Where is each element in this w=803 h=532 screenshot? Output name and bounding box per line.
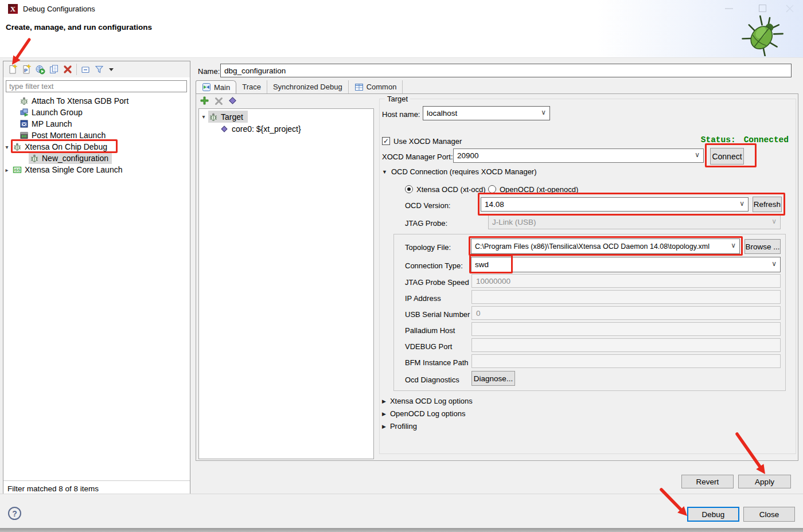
tab-main[interactable]: Main <box>196 80 236 93</box>
topology-file-combo[interactable]: C:\Program Files (x86)\Tensilica\Xtensa … <box>471 238 740 254</box>
ocd-version-combo[interactable]: 14.08 ∨ <box>481 197 749 212</box>
section-collapsed-icon: ▶ <box>382 424 386 429</box>
browse-button-label: Browse ... <box>745 242 779 251</box>
svg-text:P: P <box>24 68 28 73</box>
duplicate-configuration-icon[interactable] <box>49 64 59 75</box>
chevron-down-icon: ∨ <box>739 200 744 208</box>
ocd-version-label: OCD Version: <box>405 201 450 210</box>
diagnose-button-label: Diagnose... <box>474 374 513 383</box>
tree-item-mp-launch[interactable]: MP Launch <box>3 118 189 130</box>
ip-address-input[interactable] <box>471 290 781 304</box>
add-target-icon[interactable] <box>200 96 209 105</box>
tree-item-label: Xtensa On Chip Debug <box>25 142 107 151</box>
core-diamond-icon[interactable] <box>228 96 237 105</box>
ocd-connection-section[interactable]: ▼ OCD Connection (requires XOCD Manager) <box>382 167 537 176</box>
xtensa-log-section[interactable]: ▶ Xtensa OCD Log options <box>382 397 473 405</box>
radio-openocd[interactable] <box>488 185 496 193</box>
ocd-diagnostics-label: Ocd Diagnostics <box>405 375 459 384</box>
tree-item-single-core[interactable]: ▸ ISS Xtensa Single Core Launch <box>3 164 189 175</box>
debug-config-bug-icon <box>209 112 218 122</box>
iss-launch-icon: ISS <box>13 165 22 174</box>
tree-item-post-mortem[interactable]: Post Mortem Launch <box>3 130 189 141</box>
section-collapsed-icon: ▶ <box>382 411 386 417</box>
tab-label: Main <box>214 83 230 92</box>
chevron-down-icon: ∨ <box>541 108 546 116</box>
bfm-instance-label: BFM Instance Path <box>405 358 469 367</box>
tab-trace[interactable]: Trace <box>236 80 267 93</box>
use-xocd-checkbox[interactable]: ✓ <box>382 137 390 145</box>
palladium-host-label: Palladium Host <box>405 326 455 335</box>
arrow-debug <box>661 490 681 510</box>
chevron-down-icon: ∨ <box>731 241 736 249</box>
bfm-instance-input[interactable] <box>471 354 781 368</box>
new-configuration-icon[interactable] <box>7 64 18 75</box>
expander-collapsed-icon[interactable]: ▸ <box>3 167 10 173</box>
tab-label: Synchronized Debug <box>273 83 342 91</box>
palladium-host-input[interactable] <box>471 322 781 336</box>
tree-item-launch-group[interactable]: Launch Group <box>3 107 189 118</box>
target-tree-root[interactable]: ▾ Target <box>199 111 248 123</box>
name-label: Name: <box>198 67 220 76</box>
apply-button[interactable]: Apply <box>738 475 791 488</box>
openocd-log-section[interactable]: ▶ OpenOCD Log options <box>382 409 465 418</box>
main-tab-icon <box>202 83 211 92</box>
profiling-section[interactable]: ▶ Profiling <box>382 422 417 431</box>
refresh-button[interactable]: Refresh <box>753 197 782 212</box>
host-name-value: localhost <box>427 109 457 118</box>
help-button[interactable]: ? <box>8 507 21 520</box>
topology-file-label: Topology File: <box>405 243 451 252</box>
collapse-all-icon[interactable] <box>80 64 91 75</box>
configurations-panel: P <box>3 61 190 494</box>
connection-type-combo[interactable]: swd ∨ <box>471 257 781 272</box>
delete-configuration-icon[interactable] <box>63 64 73 75</box>
expander-expanded-icon[interactable]: ▾ <box>3 144 10 150</box>
status-value: Connected <box>744 135 789 144</box>
ip-address-label: IP Address <box>405 294 441 303</box>
tab-common[interactable]: Common <box>349 80 403 93</box>
refresh-button-label: Refresh <box>754 200 781 209</box>
selected-row-highlight: Target <box>208 111 248 123</box>
browse-button[interactable]: Browse ... <box>744 239 781 254</box>
close-button[interactable]: Close <box>743 507 795 522</box>
selected-row-highlight: New_configuration <box>29 152 112 164</box>
ocd-version-value: 14.08 <box>485 200 504 209</box>
host-name-label: Host name: <box>382 110 420 119</box>
diagnose-button[interactable]: Diagnose... <box>471 371 515 386</box>
usb-serial-label: USB Serial Number <box>405 310 470 319</box>
toolbar-menu-caret-icon[interactable] <box>108 66 115 73</box>
tree-item-label: MP Launch <box>32 119 72 128</box>
tree-item-label: New_configuration <box>42 154 108 163</box>
filter-icon[interactable] <box>94 64 104 75</box>
common-tab-icon <box>354 83 364 92</box>
launch-group-icon <box>20 108 29 117</box>
expander-expanded-icon[interactable]: ▾ <box>199 114 208 120</box>
filter-input[interactable] <box>6 80 187 92</box>
tree-item-xtensa-ocd[interactable]: ▾ Xtensa On Chip Debug <box>3 141 189 152</box>
vdebug-port-input[interactable] <box>471 338 781 352</box>
host-name-combo[interactable]: localhost ∨ <box>423 106 550 120</box>
tab-synchronized-debug[interactable]: Synchronized Debug <box>267 80 349 93</box>
jtag-speed-label: JTAG Probe Speed <box>405 278 469 287</box>
export-configurations-icon[interactable] <box>35 64 45 75</box>
target-tree-core0[interactable]: core0: ${xt_project} <box>220 123 301 135</box>
debug-button[interactable]: Debug <box>687 507 739 522</box>
xocd-port-combo[interactable]: 20900 ∨ <box>453 148 704 163</box>
tree-item-new-configuration[interactable]: New_configuration <box>3 152 189 164</box>
connect-button[interactable]: Connect <box>710 148 744 165</box>
radio-xtensa-ocd[interactable] <box>405 185 413 193</box>
remove-target-icon[interactable] <box>214 96 224 106</box>
window-bottom-edge <box>0 528 803 532</box>
usb-serial-value: 0 <box>476 309 481 318</box>
revert-button[interactable]: Revert <box>681 475 734 488</box>
name-input[interactable] <box>220 64 792 77</box>
chevron-down-icon: ∨ <box>771 260 777 268</box>
debug-config-bug-icon <box>20 96 29 105</box>
bug-image <box>738 15 787 56</box>
section-label: Profiling <box>390 422 417 431</box>
tree-item-label: Target <box>221 112 243 122</box>
dialog-header: Create, manage, and run configurations <box>0 17 803 58</box>
mp-launch-icon <box>20 119 29 128</box>
new-prototype-icon[interactable]: P <box>21 64 32 75</box>
app-logo-icon: X <box>8 4 18 14</box>
tree-item-attach-gdb[interactable]: Attach To Xtensa GDB Port <box>3 95 189 107</box>
